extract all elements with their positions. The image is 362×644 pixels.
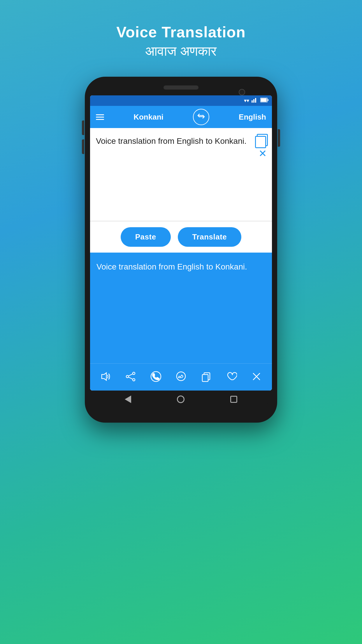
signal-icon [252, 97, 258, 104]
translate-button[interactable]: Translate [178, 227, 242, 247]
svg-rect-5 [268, 99, 268, 101]
close-button[interactable] [249, 369, 264, 384]
phone-screen: ▾▾ [90, 95, 272, 391]
recent-icon [230, 396, 237, 403]
action-buttons-row: Paste Translate [90, 221, 272, 253]
target-language-label[interactable]: English [239, 113, 266, 122]
svg-rect-2 [255, 98, 256, 103]
wifi-icon: ▾▾ [244, 97, 249, 104]
speak-button[interactable] [98, 369, 113, 384]
paste-button[interactable]: Paste [121, 227, 171, 247]
home-icon [177, 396, 184, 403]
vol-down-button [82, 139, 84, 154]
output-text: Voice translation from English to Konkan… [96, 261, 266, 273]
copy-icon [255, 134, 267, 147]
phone-frame: ▾▾ [85, 77, 277, 423]
svg-line-10 [129, 374, 133, 376]
nav-bar [90, 391, 272, 408]
share-button[interactable] [123, 369, 138, 384]
svg-rect-1 [253, 99, 254, 103]
page-header: Voice Translation आवाज अणकार [116, 0, 246, 71]
svg-marker-6 [102, 373, 106, 380]
page-title-hindi: आवाज अणकार [116, 43, 246, 59]
swap-languages-button[interactable] [193, 109, 209, 125]
status-bar: ▾▾ [90, 95, 272, 106]
menu-button[interactable] [96, 114, 104, 120]
bottom-action-bar [90, 363, 272, 391]
whatsapp-button[interactable] [148, 369, 164, 384]
svg-rect-4 [261, 98, 267, 102]
nav-back-button[interactable] [125, 396, 131, 403]
phone-camera [239, 89, 245, 95]
nav-home-button[interactable] [177, 396, 184, 403]
svg-rect-0 [252, 100, 253, 103]
phone-speaker [164, 85, 198, 90]
svg-line-11 [129, 377, 133, 379]
back-icon [125, 396, 131, 403]
output-area: Voice translation from English to Konkan… [90, 253, 272, 363]
vol-up-button [82, 120, 84, 135]
clear-input-button[interactable]: ✕ [259, 148, 267, 158]
favorite-button[interactable] [224, 369, 239, 384]
page-title-english: Voice Translation [116, 23, 246, 41]
battery-icon [260, 98, 268, 104]
svg-point-12 [151, 372, 161, 382]
phone-body: ▾▾ [85, 77, 277, 423]
svg-point-8 [126, 375, 129, 378]
source-language-label[interactable]: Konkani [133, 113, 164, 122]
input-area: Voice translation from English to Konkan… [90, 128, 272, 221]
copy-input-button[interactable] [255, 134, 267, 147]
svg-point-7 [133, 372, 135, 374]
svg-point-9 [133, 379, 135, 381]
power-button [278, 129, 280, 147]
copy-output-button[interactable] [198, 369, 214, 384]
svg-rect-15 [202, 374, 208, 382]
input-text: Voice translation from English to Konkan… [96, 135, 266, 147]
swap-icon [196, 111, 206, 123]
app-toolbar: Konkani English [90, 106, 272, 128]
messenger-button[interactable] [173, 369, 189, 384]
nav-recent-button[interactable] [230, 396, 237, 403]
